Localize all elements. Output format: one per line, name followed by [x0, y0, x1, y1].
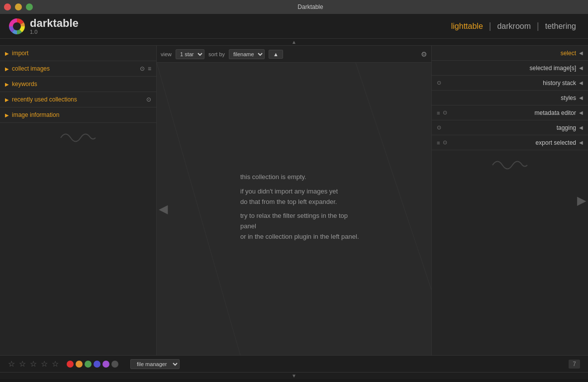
empty-line-1: this collection is empty.: [240, 172, 363, 183]
star-3-button[interactable]: ☆: [30, 359, 37, 369]
page-number: 7: [569, 360, 580, 369]
star-2-button[interactable]: ☆: [19, 359, 26, 369]
app-version: 1.0: [30, 29, 79, 35]
bottom-panel-toggle[interactable]: ▼: [0, 372, 588, 379]
tagging-settings-icon[interactable]: ⊙: [437, 124, 441, 131]
view-label: view: [161, 51, 172, 57]
gray-label-button[interactable]: [111, 361, 118, 368]
export-arrow: ◀: [579, 140, 583, 145]
left-panel-toggle[interactable]: ◀: [157, 198, 170, 220]
recently-used-arrow: ▶: [5, 97, 9, 102]
nav-tethering[interactable]: tethering: [541, 20, 580, 33]
sort-select[interactable]: filename: [229, 49, 265, 59]
left-squiggle: [0, 123, 156, 148]
tagging-arrow: ◀: [579, 125, 583, 130]
selected-images-panel[interactable]: selected image[s] ◀: [432, 61, 588, 76]
collect-icons: ⊙ ≡: [140, 65, 151, 72]
star-4-button[interactable]: ☆: [41, 359, 48, 369]
import-header[interactable]: ▶ import: [0, 46, 156, 61]
history-arrow: ◀: [579, 80, 583, 86]
red-label-button[interactable]: [67, 361, 74, 368]
nav-sep-1: |: [489, 21, 491, 31]
metadata-list-icon[interactable]: ≡: [437, 110, 440, 116]
collect-images-header[interactable]: ▶ collect images ⊙ ≡: [0, 61, 156, 76]
import-arrow: ▶: [5, 51, 9, 56]
export-list-icon[interactable]: ≡: [437, 140, 440, 146]
recently-used-header[interactable]: ▶ recently used collections ⊙: [0, 92, 156, 107]
blue-label-button[interactable]: [94, 361, 100, 368]
image-info-label: image information: [12, 111, 151, 118]
metadata-editor-panel[interactable]: ≡ ⊙ metadata editor ◀: [432, 105, 588, 120]
keywords-panel: ▶ keywords: [0, 77, 156, 92]
history-settings-icon[interactable]: ⊙: [437, 80, 441, 86]
metadata-icons: ≡ ⊙: [437, 109, 447, 116]
collect-arrow: ▶: [5, 66, 9, 72]
star-1-button[interactable]: ☆: [8, 359, 15, 369]
image-info-arrow: ▶: [5, 112, 9, 118]
recently-used-panel: ▶ recently used collections ⊙: [0, 92, 156, 107]
metadata-arrow: ◀: [579, 110, 583, 115]
svg-point-1: [13, 22, 21, 30]
export-settings-icon[interactable]: ⊙: [443, 139, 447, 146]
top-navigation: darktable 1.0 lighttable | darkroom | te…: [0, 14, 588, 39]
nav-lighttable[interactable]: lighttable: [447, 20, 487, 33]
view-select[interactable]: 1 star: [176, 49, 204, 59]
styles-panel[interactable]: styles ◀: [432, 91, 588, 105]
sort-by-label: sort by: [208, 51, 225, 57]
color-labels: [67, 361, 118, 368]
nav-links: lighttable | darkroom | tethering: [107, 20, 580, 33]
image-info-header[interactable]: ▶ image information: [0, 107, 156, 122]
select-label: select: [437, 50, 576, 57]
image-area: ◀ this collection is empty. if you didn'…: [157, 63, 431, 355]
right-squiggle: [432, 150, 588, 175]
settings-gear-icon[interactable]: ⚙: [421, 50, 427, 58]
left-panel: ▶ import ▶ collect images ⊙ ≡ ▶ keywords: [0, 46, 157, 355]
logo-area: darktable 1.0: [8, 17, 107, 35]
sort-direction-button[interactable]: ▲: [269, 50, 283, 59]
styles-arrow: ◀: [579, 95, 583, 100]
empty-line-2: if you didn't import any images yet do t…: [240, 186, 363, 207]
close-button[interactable]: [4, 3, 11, 10]
collect-images-panel: ▶ collect images ⊙ ≡: [0, 61, 156, 77]
collect-settings-icon[interactable]: ⊙: [140, 65, 145, 72]
window-title: Darktable: [37, 3, 584, 10]
right-panel: select ◀ selected image[s] ◀ ⊙ history s…: [431, 46, 588, 355]
maximize-button[interactable]: [26, 3, 33, 10]
history-stack-panel[interactable]: ⊙ history stack ◀: [432, 76, 588, 91]
export-selected-label: export selected: [449, 139, 576, 146]
logo-text: darktable 1.0: [30, 18, 79, 35]
keywords-header[interactable]: ▶ keywords: [0, 77, 156, 92]
styles-label: styles: [437, 95, 576, 101]
select-panel[interactable]: select ◀: [432, 46, 588, 61]
select-arrow: ◀: [579, 50, 583, 56]
view-manager-select[interactable]: file manager: [130, 359, 180, 369]
selected-images-label: selected image[s]: [437, 65, 576, 72]
export-icons: ≡ ⊙: [437, 139, 447, 146]
chevron-down-icon: ▼: [292, 373, 296, 379]
tagging-panel[interactable]: ⊙ tagging ◀: [432, 120, 588, 135]
keywords-label: keywords: [12, 81, 151, 88]
star-5-button[interactable]: ☆: [52, 359, 59, 369]
metadata-settings-icon[interactable]: ⊙: [443, 109, 447, 116]
right-panel-toggle[interactable]: ▶: [575, 190, 588, 211]
tagging-label: tagging: [443, 124, 576, 131]
import-panel: ▶ import: [0, 46, 156, 61]
titlebar: Darktable: [0, 0, 588, 14]
tagging-icons: ⊙: [437, 124, 441, 131]
export-selected-panel[interactable]: ≡ ⊙ export selected ◀: [432, 135, 588, 150]
collect-list-icon[interactable]: ≡: [148, 65, 151, 72]
image-info-panel: ▶ image information: [0, 107, 156, 123]
green-label-button[interactable]: [85, 361, 92, 368]
metadata-editor-label: metadata editor: [449, 109, 576, 116]
recently-used-settings-icon[interactable]: ⊙: [146, 96, 151, 103]
top-panel-toggle[interactable]: ▲: [0, 39, 588, 46]
nav-darkroom[interactable]: darkroom: [493, 20, 535, 33]
purple-label-button[interactable]: [102, 361, 109, 368]
history-icons: ⊙: [437, 80, 441, 86]
chevron-right-icon: ▶: [577, 193, 586, 207]
orange-label-button[interactable]: [76, 361, 83, 368]
minimize-button[interactable]: [15, 3, 22, 10]
app-name: darktable: [30, 18, 79, 29]
main-layout: ▶ import ▶ collect images ⊙ ≡ ▶ keywords: [0, 46, 588, 355]
chevron-up-icon: ▲: [292, 39, 296, 45]
